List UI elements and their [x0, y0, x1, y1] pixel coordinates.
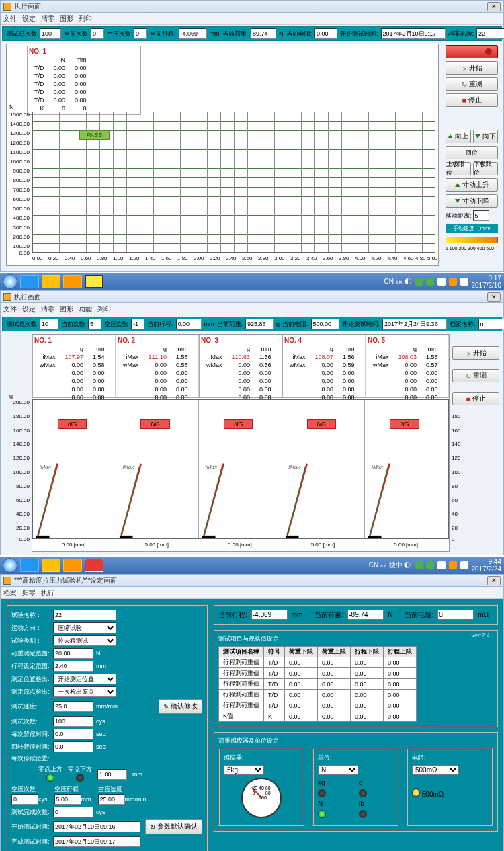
reset-button[interactable]: ↻重测 [452, 369, 499, 382]
menu-zero[interactable]: 清零 [41, 305, 54, 314]
titlebar[interactable]: 执行画面 ✕ [1, 291, 503, 303]
tray-icon[interactable] [415, 278, 423, 286]
tray-icon[interactable] [426, 561, 434, 569]
start-menu-icon[interactable] [3, 558, 17, 573]
tray-icon[interactable] [437, 278, 446, 286]
return-pause-input[interactable] [53, 741, 93, 752]
close-icon[interactable]: ✕ [487, 2, 501, 11]
down-button[interactable]: 向下 [473, 130, 499, 143]
home-button[interactable]: 回位 [446, 146, 498, 159]
tray-icon[interactable] [449, 561, 457, 569]
cycles-input[interactable] [53, 716, 93, 727]
blank-count-value[interactable] [134, 28, 147, 39]
multichart-area: NGiMax5.00 [mm]NGiMax5.00 [mm]NGiMax5.00… [32, 399, 449, 539]
blank-count-value[interactable] [131, 319, 144, 329]
speed-slider[interactable] [446, 237, 498, 243]
media-icon[interactable] [63, 559, 82, 572]
menu-archive[interactable]: 档案 [3, 588, 17, 598]
unit-g-led[interactable] [359, 789, 367, 797]
jog-up-button[interactable]: 寸动上升 [446, 178, 498, 192]
zero-above-led[interactable] [46, 774, 54, 782]
default-confirm-button[interactable]: ↻参数默认确认 [145, 819, 202, 834]
menu-print[interactable]: 列印 [79, 14, 92, 24]
tray-icon[interactable] [449, 278, 457, 286]
menu-graph[interactable]: 图形 [60, 14, 73, 24]
unit-lb-led[interactable] [359, 810, 367, 818]
ie-icon[interactable] [20, 559, 39, 572]
app-taskbar-icon[interactable] [85, 559, 103, 572]
test-type-select[interactable]: 拉去程测试 [53, 635, 116, 646]
blank-stroke-input[interactable] [54, 794, 81, 805]
blank-speed-input[interactable] [98, 794, 125, 805]
speed-input[interactable] [53, 701, 93, 712]
total-count-value[interactable] [40, 28, 61, 39]
load-range-input[interactable] [53, 648, 93, 659]
menu-graph[interactable]: 图形 [60, 305, 73, 314]
lower-limit-button[interactable]: 下极限位 [473, 162, 499, 175]
explorer-icon[interactable] [42, 275, 60, 288]
window-exec-2: 执行画面 ✕ 文件 设定 清零 图形 功能 列印 测试总次数 当前次数 空压次数… [0, 290, 504, 555]
cur-count-value[interactable] [88, 319, 101, 329]
svg-line-10 [287, 467, 305, 536]
upper-limit-button[interactable]: 上极限位 [446, 162, 471, 175]
menu-func[interactable]: 功能 [79, 305, 92, 314]
menu-zero[interactable]: 清零 [41, 14, 54, 24]
test-name-input[interactable] [53, 610, 116, 620]
origin-detect-select[interactable]: 一次检出原点 [53, 686, 116, 697]
pause-each-input[interactable] [53, 729, 93, 739]
menu-execute[interactable]: 执行 [41, 588, 54, 598]
zero-offset-input[interactable] [97, 769, 127, 780]
start-button[interactable]: ▷开始 [452, 346, 499, 360]
volume-icon[interactable] [460, 561, 468, 569]
explorer-icon[interactable] [42, 559, 60, 572]
direction-select[interactable]: 压缩试验 [53, 622, 116, 633]
unit-kg-led[interactable] [318, 789, 326, 797]
menu-print[interactable]: 列印 [97, 305, 111, 314]
tray-lang[interactable]: CN ㏂ ◐ [384, 277, 411, 286]
zero-below-led[interactable] [76, 774, 84, 782]
app-taskbar-icon[interactable] [85, 275, 103, 288]
tray-lang[interactable]: CN ㏂ 搜中 ◐ [369, 561, 411, 570]
stop-button[interactable]: ■停止 [452, 392, 499, 405]
res-select[interactable]: 500mΩ [412, 765, 459, 775]
start-button[interactable]: ▷开始 [446, 61, 498, 75]
load-value [251, 28, 276, 39]
close-icon[interactable]: ✕ [487, 292, 501, 302]
menu-file[interactable]: 文件 [3, 14, 17, 24]
move-dist-input[interactable] [473, 210, 489, 221]
media-icon[interactable] [63, 275, 82, 288]
unit-n-led[interactable] [318, 810, 326, 818]
confirm-edit-button[interactable]: ✎确认修改 [159, 699, 202, 714]
stop-button[interactable]: ■停止 [446, 93, 498, 107]
titlebar[interactable]: ***高精度拉压力试验机***设定画面 ✕ [1, 575, 503, 587]
pos-detect-select[interactable]: 开始测定位置 [53, 674, 116, 684]
total-count-value[interactable] [40, 319, 58, 329]
menu-file[interactable]: 文件 [3, 305, 17, 314]
menu-zero[interactable]: 归零 [22, 588, 36, 598]
close-icon[interactable]: ✕ [487, 576, 501, 585]
file-value[interactable] [478, 319, 504, 329]
menu-setup[interactable]: 设定 [22, 14, 36, 24]
file-value[interactable] [476, 28, 504, 39]
titlebar[interactable]: 执行画面 ✕ [1, 1, 503, 13]
blank-cycles-input[interactable] [11, 794, 38, 805]
unit-select[interactable]: N [318, 765, 358, 775]
tray-icon[interactable] [415, 561, 423, 569]
up-button[interactable]: 向上 [446, 130, 471, 143]
tray-icon[interactable] [437, 561, 446, 569]
cur-count-value[interactable] [91, 28, 104, 39]
load-label: 当前荷重: [222, 30, 249, 38]
menu-setup[interactable]: 设定 [22, 305, 36, 314]
start-menu-icon[interactable] [3, 274, 17, 289]
data-table-1: NO. 1gmmiMax107.971.54wMax0.000.580.000.… [32, 335, 116, 398]
clock-time: 9:17 [472, 274, 502, 282]
live-stroke [251, 610, 288, 620]
stroke-range-input[interactable] [53, 661, 93, 672]
ie-icon[interactable] [20, 275, 39, 288]
tray-icon[interactable] [426, 278, 434, 286]
res-led[interactable] [412, 788, 420, 797]
sensor-select[interactable]: 5kg [224, 765, 264, 775]
volume-icon[interactable] [460, 278, 468, 286]
jog-down-button[interactable]: 寸动下降 [446, 194, 498, 208]
reset-button[interactable]: ↻重测 [446, 77, 498, 91]
